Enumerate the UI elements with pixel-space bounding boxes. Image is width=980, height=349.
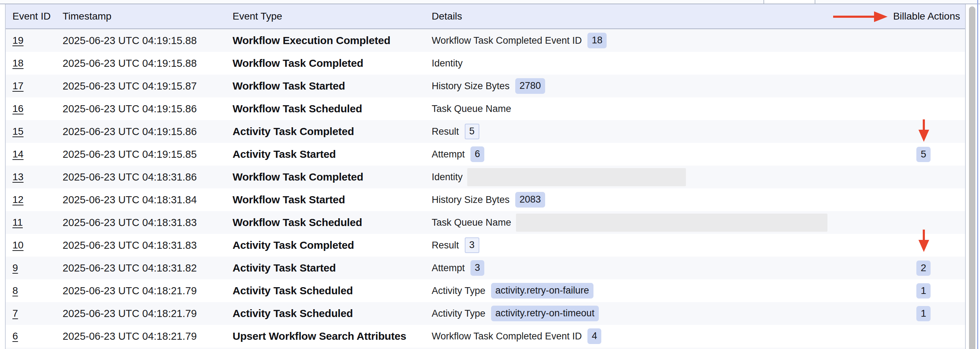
billable-actions-badge: 1: [916, 283, 931, 298]
event-type: Workflow Task Scheduled: [232, 103, 431, 115]
event-timestamp: 2025-06-23 UTC 04:18:31.82: [61, 262, 232, 274]
event-type: Activity Task Scheduled: [232, 285, 431, 297]
event-timestamp: 2025-06-23 UTC 04:19:15.87: [61, 80, 232, 92]
detail-label: Attempt: [432, 263, 465, 274]
event-type: Activity Task Started: [232, 148, 431, 160]
detail-label: History Size Bytes: [432, 81, 509, 92]
event-type: Workflow Task Completed: [232, 57, 431, 69]
detail-label: Attempt: [432, 149, 465, 160]
event-id-link[interactable]: 16: [13, 103, 24, 114]
column-header-event-id[interactable]: Event ID: [6, 11, 61, 22]
column-header-timestamp[interactable]: Timestamp: [61, 11, 232, 22]
event-id-link[interactable]: 7: [13, 308, 18, 319]
next-row-sliver: [6, 347, 965, 349]
event-timestamp: 2025-06-23 UTC 04:18:31.83: [61, 217, 232, 228]
table-row[interactable]: 10 2025-06-23 UTC 04:18:31.83 Activity T…: [6, 234, 965, 257]
detail-label: Workflow Task Completed Event ID: [432, 331, 582, 342]
event-id-link[interactable]: 9: [13, 262, 18, 274]
detail-label: Identity: [432, 172, 463, 183]
detail-value-badge: activity.retry-on-failure: [491, 283, 593, 298]
event-id-link[interactable]: 6: [13, 330, 18, 342]
event-type: Activity Task Scheduled: [232, 308, 431, 319]
detail-label: Activity Type: [432, 286, 485, 297]
event-type: Workflow Task Started: [232, 80, 431, 92]
event-timestamp: 2025-06-23 UTC 04:18:21.79: [61, 308, 232, 319]
billable-actions-badge: 2: [916, 260, 931, 276]
table-row[interactable]: 16 2025-06-23 UTC 04:19:15.86 Workflow T…: [6, 97, 965, 120]
detail-label: Task Queue Name: [432, 217, 511, 228]
event-type: Activity Task Completed: [232, 239, 431, 251]
table-row[interactable]: 18 2025-06-23 UTC 04:19:15.88 Workflow T…: [6, 52, 965, 75]
event-timestamp: 2025-06-23 UTC 04:18:21.79: [61, 330, 232, 342]
detail-value-badge: 6: [471, 146, 484, 162]
event-type: Activity Task Completed: [232, 125, 431, 138]
detail-label: Activity Type: [432, 308, 485, 319]
detail-value-badge: 18: [587, 33, 607, 48]
detail-value-badge: 4: [587, 328, 601, 344]
detail-value-badge: activity.retry-on-timeout: [491, 306, 599, 321]
detail-value-badge: 3: [471, 260, 484, 276]
event-id-link[interactable]: 17: [13, 80, 24, 92]
event-type: Workflow Execution Completed: [232, 35, 431, 46]
column-header-billable-actions: Billable Actions: [873, 11, 965, 22]
detail-label: Task Queue Name: [432, 103, 511, 114]
event-id-link[interactable]: 15: [13, 126, 24, 137]
table-header-row: Event ID Timestamp Event Type Details Bi…: [6, 4, 965, 29]
table-row[interactable]: 8 2025-06-23 UTC 04:18:21.79 Activity Ta…: [6, 279, 965, 302]
table-row[interactable]: 6 2025-06-23 UTC 04:18:21.79 Upsert Work…: [6, 325, 965, 347]
event-timestamp: 2025-06-23 UTC 04:19:15.85: [61, 149, 232, 160]
window-right-edge: [977, 0, 978, 349]
vertical-scrollbar-thumb[interactable]: [969, 6, 975, 349]
detail-value-badge: 2780: [515, 78, 545, 94]
top-cropped-row: [0, 0, 980, 3]
event-timestamp: 2025-06-23 UTC 04:18:31.86: [61, 171, 232, 183]
event-id-link[interactable]: 8: [13, 285, 18, 297]
event-type: Upsert Workflow Search Attributes: [232, 330, 431, 342]
event-id-link[interactable]: 10: [13, 240, 24, 251]
event-timestamp: 2025-06-23 UTC 04:18:31.84: [61, 194, 232, 206]
event-id-link[interactable]: 18: [13, 57, 24, 69]
billable-actions-badge: 5: [916, 147, 931, 162]
event-id-link[interactable]: 11: [13, 217, 23, 228]
event-timestamp: 2025-06-23 UTC 04:18:21.79: [61, 285, 232, 297]
event-id-link[interactable]: 12: [13, 194, 24, 205]
redacted-value-block: [467, 168, 686, 186]
detail-label: Result: [432, 240, 459, 251]
event-id-link[interactable]: 13: [13, 171, 24, 183]
event-type: Activity Task Started: [232, 262, 431, 274]
top-cropped-cell: [764, 0, 815, 3]
detail-label: Workflow Task Completed Event ID: [432, 35, 582, 46]
event-timestamp: 2025-06-23 UTC 04:19:15.86: [61, 103, 232, 115]
table-row[interactable]: 9 2025-06-23 UTC 04:18:31.82 Activity Ta…: [6, 257, 965, 279]
table-row[interactable]: 11 2025-06-23 UTC 04:18:31.83 Workflow T…: [6, 211, 965, 234]
column-header-event-type[interactable]: Event Type: [232, 11, 431, 22]
detail-value-badge: 5: [465, 124, 479, 139]
detail-value-badge: 3: [465, 237, 479, 253]
table-row[interactable]: 15 2025-06-23 UTC 04:19:15.86 Activity T…: [6, 120, 965, 143]
event-id-link[interactable]: 14: [13, 149, 24, 160]
redacted-value-block: [516, 214, 827, 232]
event-timestamp: 2025-06-23 UTC 04:19:15.86: [61, 126, 232, 138]
event-timestamp: 2025-06-23 UTC 04:19:15.88: [61, 35, 232, 46]
event-type: Workflow Task Started: [232, 194, 431, 206]
table-row[interactable]: 13 2025-06-23 UTC 04:18:31.86 Workflow T…: [6, 166, 965, 188]
table-row[interactable]: 19 2025-06-23 UTC 04:19:15.88 Workflow E…: [6, 29, 965, 52]
event-timestamp: 2025-06-23 UTC 04:19:15.88: [61, 57, 232, 69]
event-id-link[interactable]: 19: [13, 35, 24, 46]
table-row[interactable]: 12 2025-06-23 UTC 04:18:31.84 Workflow T…: [6, 188, 965, 211]
column-header-details: Details: [431, 11, 873, 22]
table-body: 19 2025-06-23 UTC 04:19:15.88 Workflow E…: [6, 29, 965, 347]
event-history-table: Event ID Timestamp Event Type Details Bi…: [5, 4, 966, 349]
event-type: Workflow Task Scheduled: [232, 216, 431, 228]
detail-label: History Size Bytes: [432, 194, 509, 205]
table-row[interactable]: 17 2025-06-23 UTC 04:19:15.87 Workflow T…: [6, 75, 965, 97]
detail-label: Identity: [432, 58, 463, 69]
detail-label: Result: [432, 126, 459, 137]
event-timestamp: 2025-06-23 UTC 04:18:31.83: [61, 240, 232, 251]
table-row[interactable]: 14 2025-06-23 UTC 04:19:15.85 Activity T…: [6, 143, 965, 166]
table-row[interactable]: 7 2025-06-23 UTC 04:18:21.79 Activity Ta…: [6, 302, 965, 325]
event-type: Workflow Task Completed: [232, 171, 431, 183]
billable-actions-badge: 1: [916, 306, 931, 321]
detail-value-badge: 2083: [515, 192, 545, 208]
